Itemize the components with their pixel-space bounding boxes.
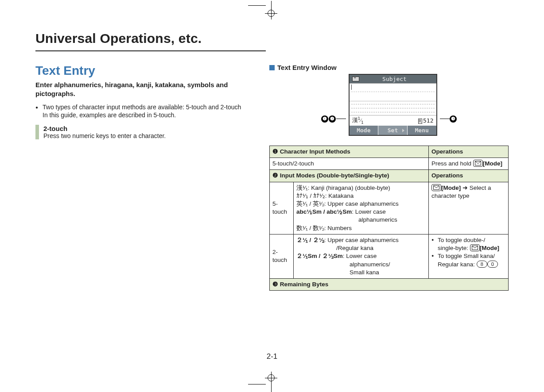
crop-mark (271, 7, 272, 19)
callout-1-icon: ❶ (321, 115, 328, 123)
crop-mark (271, 372, 272, 384)
table-header-operations: Operations (429, 170, 509, 182)
phone-window-mock: Subject 漢1⁄1 R512 (349, 74, 437, 136)
table-cell: [Mode] ➜ Select a character type (429, 182, 509, 234)
mode-indicator: 漢1⁄1 (352, 116, 364, 125)
square-bullet-icon (269, 65, 275, 70)
arrow-right-icon (402, 129, 404, 132)
softkey-set: Set (378, 126, 408, 135)
callout-line (336, 119, 346, 119)
callout-2-icon: ❷ (329, 115, 336, 123)
window-heading-text: Text Entry Window (277, 64, 337, 71)
table-cell: Press and hold [Mode] (429, 158, 509, 170)
chapter-title: Universal Operations, etc. (35, 31, 266, 51)
mail-key-icon (473, 160, 483, 167)
softkey-menu: Menu (408, 126, 436, 135)
bullet-line1: Two types of character input methods are… (43, 104, 241, 111)
ops-toggle-byte: To toggle double-/ single-byte: [Mode] (431, 236, 505, 252)
page-content: Universal Operations, etc. Text Entry En… (35, 31, 509, 291)
table-cell: 漢¹⁄₁: Kanji (hiragana) (double-byte) ｶﾅ¹… (294, 182, 429, 234)
table-header-operations: Operations (429, 146, 509, 158)
text-caret-icon (351, 85, 352, 90)
mode-2touch-upper: ２¹⁄₁ / ２¹⁄₂: Upper case alphanumerics (296, 236, 426, 244)
ops-toggle-kana: To toggle Small kana/ Regular kana: 80 (431, 252, 505, 268)
text-entry-window-figure: ❶ ❷ Subject (269, 74, 509, 136)
mode-upper-alpha: 英¹⁄₁ / 英¹⁄₂: Upper case alphanumerics (296, 200, 426, 208)
mode-kanji: 漢¹⁄₁: Kanji (hiragana) (double-byte) (296, 184, 426, 192)
mode-2touch-lower: ２¹⁄₁Sm / ２¹⁄₂Sm: Lower case (296, 252, 426, 260)
phone-lines-area (350, 101, 436, 115)
table-header-input-modes: ❷ Input Modes (Double-byte/Single-byte) (270, 170, 429, 182)
softkey-mode: Mode (350, 126, 379, 135)
arrow-icon: ➜ (461, 184, 470, 191)
right-column: Text Entry Window ❶ ❷ Subject (269, 64, 509, 291)
note-title: 2-touch (43, 125, 252, 132)
phone-title-bar: Subject (350, 75, 436, 83)
table-header-remaining-bytes: ❸ Remaining Bytes (270, 278, 509, 290)
text: [Mode] (441, 184, 461, 191)
table-cell-5touch-label: 5-touch (270, 182, 294, 234)
mode-2touch-lower-wrap1: alphanumerics/ (296, 261, 426, 269)
section-title: Text Entry (35, 64, 252, 78)
table-cell-2touch-label: 2-touch (270, 234, 294, 278)
left-column: Text Entry Enter alphanumerics, hiragana… (35, 64, 252, 291)
r-icon: R (418, 119, 422, 124)
mode-2touch-upper-wrap: /Regular kana (296, 244, 426, 252)
key-8-icon: 8 (477, 261, 487, 268)
new-message-icon (352, 77, 359, 81)
mode-2touch-lower-wrap2: Small kana (296, 269, 426, 277)
callout-right: ❸ (440, 115, 457, 123)
note-block: 2-touch Press two numeric keys to enter … (35, 125, 252, 139)
phone-status-bar: 漢1⁄1 R512 (350, 115, 436, 126)
mode-lower-alpha-wrap: alphanumerics (296, 216, 426, 224)
mail-key-icon (470, 244, 480, 251)
text: Press and hold (431, 160, 473, 167)
intro-text: Enter alphanumerics, hiragana, kanji, ka… (35, 81, 252, 99)
key-0-icon: 0 (487, 261, 498, 268)
input-methods-table: ❶ Character Input Methods Operations 5-t… (269, 146, 509, 291)
mode-katakana: ｶﾅ¹⁄₁ / ｶﾅ¹⁄₂: Katakana (296, 192, 426, 200)
softkey-bar: Mode Set Menu (350, 126, 436, 135)
table-cell: ２¹⁄₁ / ２¹⁄₂: Upper case alphanumerics /R… (294, 234, 429, 278)
mode-lower-alpha: abc¹⁄₁Sm / abc¹⁄₂Sm: Lower case (296, 208, 426, 216)
mode-numbers: 数¹⁄₁ / 数¹⁄₂: Numbers (296, 224, 426, 232)
window-heading: Text Entry Window (269, 64, 509, 71)
mail-key-icon (431, 184, 441, 191)
callout-3-icon: ❸ (450, 115, 457, 123)
phone-title-text: Subject (362, 76, 436, 82)
table-cell: 5-touch/2-touch (270, 158, 429, 170)
bullet-item: Two types of character input methods are… (35, 103, 252, 120)
crop-mark (248, 5, 266, 6)
table-header-input-methods: ❶ Character Input Methods (270, 146, 429, 158)
table-cell: To toggle double-/ single-byte: [Mode] T… (429, 234, 509, 278)
page-number: 2-1 (0, 352, 544, 361)
bullet-line2: In this guide, examples are described in… (43, 111, 176, 119)
callout-left: ❶ ❷ (321, 115, 346, 123)
callout-line (440, 119, 450, 119)
text: [Mode] (483, 160, 502, 167)
phone-text-area (350, 83, 436, 101)
remaining-bytes: R512 (418, 117, 434, 124)
crop-mark (248, 384, 266, 384)
note-body: Press two numeric keys to enter a charac… (43, 132, 252, 139)
